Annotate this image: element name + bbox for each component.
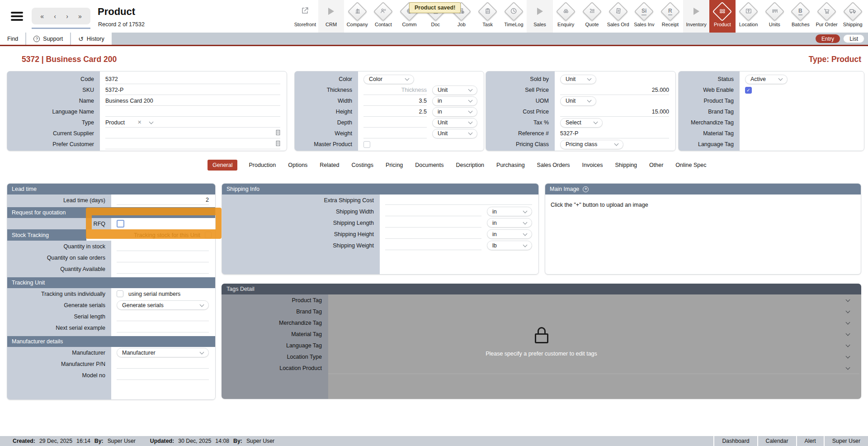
chevron-down-icon[interactable] <box>846 308 850 313</box>
nav-prev-button[interactable]: ‹ <box>54 13 56 19</box>
menu-tab-support[interactable]: ?Support <box>26 33 70 45</box>
toolbar-item-batches[interactable]: BBatches <box>788 0 814 33</box>
toolbar-item-storefront[interactable]: Storefront <box>292 0 318 33</box>
toolbar-item-enquiry[interactable]: Enquiry <box>553 0 579 33</box>
input-sku[interactable]: 5372-P <box>105 85 280 95</box>
input-reference[interactable]: 5327-P <box>560 129 669 138</box>
toolbar-item-inventory[interactable]: Inventory <box>683 0 709 33</box>
input-quantity-on-sale-orders[interactable] <box>117 253 209 262</box>
unit-select-shipping-length[interactable]: in <box>487 218 532 228</box>
input-extra-shipping-cost[interactable] <box>385 195 532 205</box>
input-serial-length[interactable] <box>117 312 209 321</box>
unit-select-shipping-width[interactable]: in <box>487 207 532 216</box>
input-sell-price[interactable]: 25.000 <box>560 85 669 95</box>
input-model-no[interactable] <box>117 370 209 380</box>
tab-purchasing[interactable]: Purchasing <box>495 160 526 171</box>
toolbar-item-sales[interactable]: Sales <box>527 0 553 33</box>
tab-production[interactable]: Production <box>248 160 277 171</box>
toolbar-item-pur-order[interactable]: Pur Order <box>814 0 840 33</box>
input-uom[interactable]: Unit <box>560 96 596 106</box>
tab-general[interactable]: General <box>208 160 237 171</box>
input-prefer-customer[interactable] <box>105 140 280 149</box>
input-language-name[interactable] <box>105 107 280 117</box>
input-shipping-width[interactable] <box>385 207 481 216</box>
input-shipping-weight[interactable] <box>385 241 481 250</box>
tab-sales-orders[interactable]: Sales Orders <box>536 160 571 171</box>
input-color[interactable]: Color <box>363 75 414 84</box>
toolbar-item-units[interactable]: Units <box>761 0 788 33</box>
tab-invoices[interactable]: Invoices <box>581 160 604 171</box>
toolbar-item-product[interactable]: Product <box>709 0 736 33</box>
clear-icon[interactable]: ✕ <box>137 119 142 125</box>
input-status[interactable]: Active <box>745 75 788 84</box>
chevron-down-icon[interactable] <box>846 297 850 302</box>
input-quantity-in-stock[interactable] <box>117 242 209 251</box>
chevron-down-icon[interactable] <box>846 331 850 336</box>
menu-tab-history[interactable]: ↺History <box>71 33 112 45</box>
toolbar-item-sales-ord[interactable]: Sales Ord <box>605 0 631 33</box>
tab-other[interactable]: Other <box>648 160 664 171</box>
input-current-supplier[interactable] <box>105 129 280 138</box>
input-name[interactable]: Business Card 200 <box>105 96 280 106</box>
input-height[interactable]: 2.5 <box>363 107 427 117</box>
input-pricing-class[interactable]: Pricing class <box>560 140 623 149</box>
input-depth[interactable] <box>363 118 427 128</box>
tab-shipping[interactable]: Shipping <box>614 160 638 171</box>
unit-select-shipping-weight[interactable]: lb <box>487 241 532 250</box>
input-sold-by[interactable]: Unit <box>560 75 596 84</box>
input-manufacturer-p-n[interactable] <box>117 359 209 369</box>
checkbox-tracking-units-individually[interactable] <box>117 290 123 297</box>
input-code[interactable]: 5372 <box>105 75 280 84</box>
unit-select-width[interactable]: in <box>432 96 477 106</box>
toolbar-item-crm[interactable]: CRM <box>318 0 344 33</box>
hamburger-menu-icon[interactable] <box>11 12 23 21</box>
menu-tab-find[interactable]: Find <box>0 33 25 45</box>
tab-description[interactable]: Description <box>455 160 486 171</box>
chevron-down-icon[interactable] <box>846 320 850 324</box>
tab-pricing[interactable]: Pricing <box>385 160 404 171</box>
footer-link-calendar[interactable]: Calendar <box>757 436 796 446</box>
unit-select-shipping-height[interactable]: in <box>487 229 532 239</box>
tab-related[interactable]: Related <box>319 160 340 171</box>
toolbar-item-task[interactable]: Task <box>475 0 501 33</box>
tab-online-spec[interactable]: Online Spec <box>675 160 707 171</box>
input-type[interactable]: Product✕ <box>105 118 280 128</box>
checkbox-tracking-stock-for-this-unit[interactable] <box>205 232 212 238</box>
input-quantity-available[interactable] <box>117 264 209 274</box>
chevron-down-icon[interactable] <box>846 342 850 347</box>
entry-button[interactable]: Entry <box>816 34 840 43</box>
tab-options[interactable]: Options <box>287 160 308 171</box>
toolbar-item-contact[interactable]: Contact <box>370 0 396 33</box>
toolbar-item-company[interactable]: Company <box>344 0 370 33</box>
toolbar-item-quote[interactable]: Quote <box>579 0 605 33</box>
footer-link-super-user[interactable]: Super User <box>824 436 868 446</box>
unit-select-depth[interactable]: Unit <box>432 118 477 128</box>
building-icon[interactable] <box>276 129 280 137</box>
add-image-icon[interactable]: + <box>583 186 589 192</box>
chevron-down-icon[interactable] <box>846 354 850 358</box>
input-lead-time-days[interactable]: 2 <box>117 195 209 205</box>
toolbar-item-shipping[interactable]: Shipping <box>840 0 866 33</box>
nav-next-button[interactable]: › <box>66 13 68 19</box>
input-next-serial-example[interactable] <box>117 323 209 332</box>
chevron-down-icon[interactable] <box>846 365 850 370</box>
input-shipping-height[interactable] <box>385 229 481 239</box>
checkbox-rfq[interactable] <box>117 220 124 228</box>
input-thickness[interactable]: Thickness <box>363 85 427 95</box>
input-shipping-length[interactable] <box>385 218 481 228</box>
nav-first-button[interactable]: « <box>40 13 44 19</box>
building-icon[interactable] <box>276 140 280 148</box>
tab-costings[interactable]: Costings <box>350 160 374 171</box>
footer-link-alert[interactable]: Alert <box>796 436 824 446</box>
unit-select-thickness[interactable]: Unit <box>432 85 477 95</box>
unit-select-height[interactable]: in <box>432 107 477 117</box>
unit-select-weight[interactable]: Unit <box>432 129 477 138</box>
checkbox-master-product[interactable] <box>363 141 370 148</box>
nav-last-button[interactable]: » <box>78 13 82 19</box>
footer-link-dashboard[interactable]: Dashboard <box>713 436 757 446</box>
input-manufacturer[interactable]: Manufacturer <box>117 348 209 357</box>
input-tax[interactable]: Select <box>560 118 603 128</box>
toolbar-item-sales-inv[interactable]: SiSales Inv <box>631 0 657 33</box>
toolbar-item-receipt[interactable]: RReceipt <box>657 0 684 33</box>
tab-documents[interactable]: Documents <box>414 160 444 171</box>
